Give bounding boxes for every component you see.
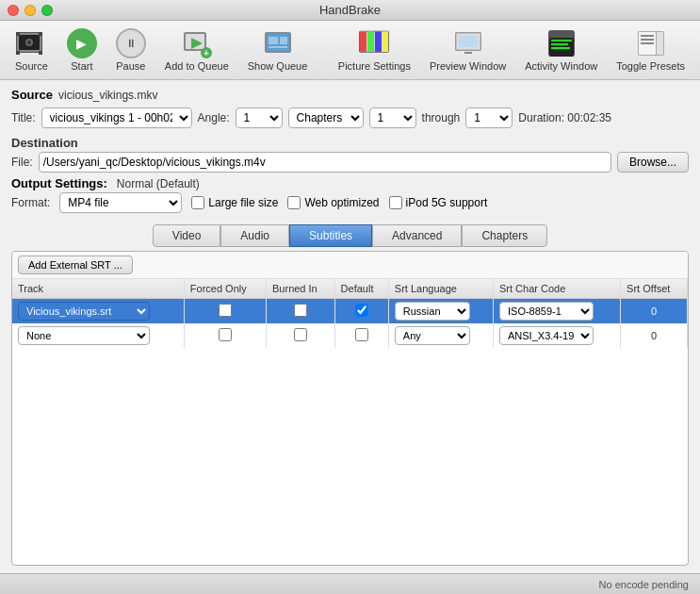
tab-video[interactable]: Video xyxy=(153,224,220,247)
picture-settings-icon xyxy=(359,28,389,58)
chapter-start-select[interactable]: 1 xyxy=(369,107,416,128)
track-cell: Vicious_vikings.srt xyxy=(12,299,184,324)
svg-rect-18 xyxy=(269,46,287,48)
burned-in-cell xyxy=(267,299,335,324)
toolbar-add-queue[interactable]: + Add to Queue xyxy=(157,25,236,75)
toggle-presets-icon xyxy=(636,28,666,58)
language-cell: Russian xyxy=(388,299,493,324)
maximize-button[interactable] xyxy=(41,5,53,16)
activity-window-label: Activity Window xyxy=(525,60,597,72)
forced-only-checkbox-2[interactable] xyxy=(219,328,232,341)
track-select[interactable]: Vicious_vikings.srt xyxy=(18,302,150,321)
preview-icon xyxy=(453,28,483,58)
toolbar-toggle-presets[interactable]: Toggle Presets xyxy=(609,25,692,75)
offset-cell-2: 0 xyxy=(621,323,688,348)
duration-label: Duration: 00:02:35 xyxy=(518,111,611,124)
window-controls xyxy=(8,5,53,16)
format-line: Format: MP4 file Large file size Web opt… xyxy=(11,192,689,213)
language-select-2[interactable]: Any xyxy=(395,326,470,345)
char-code-select-1[interactable]: ISO-8859-1 xyxy=(499,302,594,321)
web-optimized-option[interactable]: Web optimized xyxy=(287,196,379,209)
svg-rect-28 xyxy=(459,36,478,47)
table-row: None xyxy=(12,323,688,348)
toolbar: Source ▶ Start ⏸ Pause + Add to Queue xyxy=(0,21,700,80)
chapters-select[interactable]: Chapters xyxy=(288,107,364,128)
default-checkbox-2[interactable] xyxy=(355,328,368,341)
destination-section: Destination File: Browse... xyxy=(11,132,689,173)
add-queue-icon: + xyxy=(182,28,212,58)
preview-window-label: Preview Window xyxy=(430,60,506,72)
toolbar-show-queue[interactable]: Show Queue xyxy=(240,25,316,75)
title-select[interactable]: vicious_vikings 1 - 00h02m35s xyxy=(41,107,192,128)
source-label: Source xyxy=(15,60,48,72)
duration-value: 00:02:35 xyxy=(567,111,611,124)
svg-rect-24 xyxy=(383,32,388,52)
svg-rect-5 xyxy=(39,32,42,36)
language-select-1[interactable]: Russian xyxy=(395,302,470,321)
toolbar-pause[interactable]: ⏸ Pause xyxy=(108,25,154,75)
tab-audio[interactable]: Audio xyxy=(220,224,289,247)
web-optimized-checkbox[interactable] xyxy=(287,196,301,209)
toolbar-picture-settings[interactable]: Picture Settings xyxy=(331,25,418,75)
svg-rect-32 xyxy=(551,40,572,41)
col-srt-language: Srt Language xyxy=(388,279,493,299)
ipod-support-option[interactable]: iPod 5G support xyxy=(389,196,488,209)
output-settings-section: Output Settings: Normal (Default) Format… xyxy=(11,176,689,213)
forced-only-cell xyxy=(184,299,266,324)
destination-line: File: Browse... xyxy=(11,152,689,173)
source-section-label: Source xyxy=(11,88,53,102)
toolbar-preview-window[interactable]: Preview Window xyxy=(422,25,513,75)
tab-subtitles[interactable]: Subtitles xyxy=(289,224,372,247)
svg-rect-21 xyxy=(360,32,366,52)
char-code-select-2[interactable]: ANSI_X3.4-1968 xyxy=(499,326,594,345)
source-section: Source vicious_vikings.mkv xyxy=(11,88,689,102)
large-file-size-option[interactable]: Large file size xyxy=(191,196,278,209)
tab-advanced[interactable]: Advanced xyxy=(372,224,462,247)
show-queue-label: Show Queue xyxy=(248,60,308,72)
add-srt-button[interactable]: Add External SRT ... xyxy=(18,256,133,274)
format-select[interactable]: MP4 file xyxy=(59,192,182,213)
angle-label: Angle: xyxy=(198,111,230,124)
col-forced-only: Forced Only xyxy=(184,279,266,299)
svg-rect-17 xyxy=(280,37,287,44)
burned-in-cell-2 xyxy=(267,323,335,348)
burned-in-checkbox-2[interactable] xyxy=(294,328,307,341)
minimize-button[interactable] xyxy=(24,5,36,16)
start-label: Start xyxy=(71,60,92,72)
svg-point-8 xyxy=(27,41,31,44)
panel-toolbar: Add External SRT ... xyxy=(12,252,688,279)
track-select-2[interactable]: None xyxy=(18,326,150,345)
toggle-presets-label: Toggle Presets xyxy=(616,60,685,72)
show-queue-icon xyxy=(263,28,293,58)
chapter-end-select[interactable]: 1 xyxy=(465,107,513,128)
ipod-support-checkbox[interactable] xyxy=(389,196,402,209)
col-srt-char-code: Srt Char Code xyxy=(494,279,621,299)
svg-rect-34 xyxy=(551,47,570,49)
angle-select[interactable]: 1 xyxy=(236,107,283,128)
toolbar-start[interactable]: ▶ Start xyxy=(59,25,105,75)
burned-in-checkbox-1[interactable] xyxy=(294,304,307,317)
title-label: Title: xyxy=(11,111,36,124)
default-checkbox-1[interactable] xyxy=(355,304,368,317)
app-title: HandBrake xyxy=(319,3,381,17)
through-text: through xyxy=(422,111,461,124)
status-bar: No encode pending xyxy=(0,573,700,594)
browse-button[interactable]: Browse... xyxy=(617,152,689,173)
forced-only-checkbox-1[interactable] xyxy=(219,304,232,317)
title-bar: HandBrake xyxy=(0,0,700,21)
tab-chapters[interactable]: Chapters xyxy=(462,224,547,247)
toolbar-source[interactable]: Source xyxy=(8,25,56,75)
add-queue-label: Add to Queue xyxy=(165,60,229,72)
large-file-size-label: Large file size xyxy=(208,196,278,209)
close-button[interactable] xyxy=(8,5,19,16)
pause-icon: ⏸ xyxy=(116,28,146,58)
toolbar-activity-window[interactable]: Activity Window xyxy=(517,25,605,75)
large-file-size-checkbox[interactable] xyxy=(191,196,204,209)
col-srt-offset: Srt Offset xyxy=(621,279,688,299)
language-cell-2: Any xyxy=(388,323,493,348)
col-burned-in: Burned In xyxy=(267,279,335,299)
pause-label: Pause xyxy=(116,60,145,72)
destination-label: Destination xyxy=(11,136,689,150)
destination-path-input[interactable] xyxy=(39,152,611,173)
file-label: File: xyxy=(11,156,33,169)
